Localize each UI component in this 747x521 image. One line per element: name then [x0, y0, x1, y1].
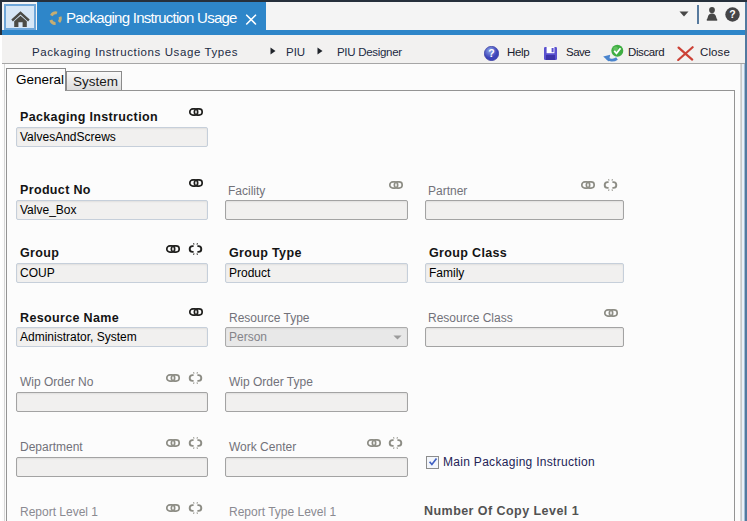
svg-text:?: ? — [729, 8, 735, 20]
svg-text:?: ? — [488, 47, 494, 59]
